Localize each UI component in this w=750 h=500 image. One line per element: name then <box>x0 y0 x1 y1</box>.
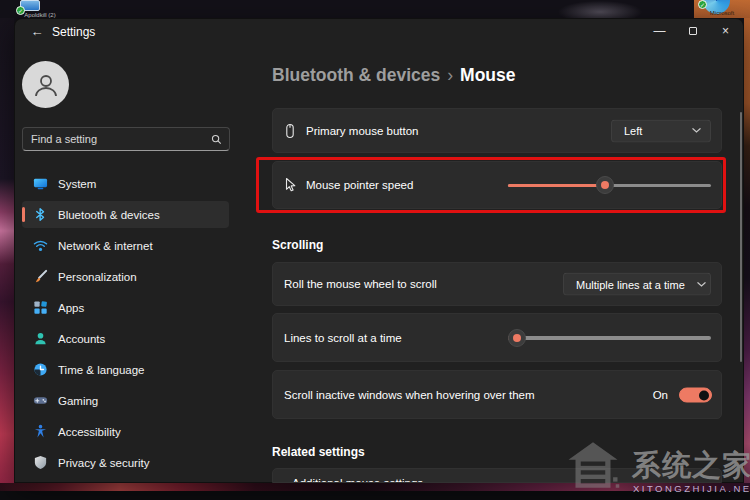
toggle-state-label: On <box>653 389 668 401</box>
sidebar-item-label: Apps <box>58 302 84 314</box>
sidebar-item-network[interactable]: Network & internet <box>22 232 229 259</box>
sidebar-item-privacy-security[interactable]: Privacy & security <box>22 449 229 476</box>
sidebar-item-label: Network & internet <box>58 240 153 252</box>
setting-label: Mouse pointer speed <box>306 179 413 191</box>
shield-icon <box>33 455 48 470</box>
sidebar-item-system[interactable]: System <box>22 170 229 197</box>
setting-row-wheel-scroll: Roll the mouse wheel to scroll Multiple … <box>272 262 722 306</box>
scroll-inactive-toggle[interactable] <box>679 387 712 402</box>
sidebar-item-personalization[interactable]: Personalization <box>22 263 229 290</box>
person-icon <box>31 70 61 100</box>
breadcrumb: Bluetooth & devices›Mouse <box>272 65 516 86</box>
maximize-icon <box>689 27 697 35</box>
sidebar-item-accessibility[interactable]: Accessibility <box>22 418 229 445</box>
sidebar-item-label: System <box>58 178 96 190</box>
desktop-wallpaper-right <box>744 18 750 491</box>
setting-row-primary-mouse-button: Primary mouse button Left <box>272 108 722 153</box>
back-button[interactable]: ← <box>26 23 48 41</box>
search-box[interactable] <box>22 127 230 151</box>
window-title: Settings <box>52 25 95 39</box>
sidebar-item-label: Accounts <box>58 333 105 345</box>
section-header-related: Related settings <box>272 445 365 459</box>
page-title: Mouse <box>460 65 515 85</box>
mouse-icon <box>282 123 298 139</box>
account-person-icon <box>33 331 48 346</box>
breadcrumb-parent[interactable]: Bluetooth & devices <box>272 65 440 85</box>
pointer-speed-slider[interactable] <box>508 176 711 194</box>
maximize-button[interactable] <box>677 18 708 44</box>
setting-label: Roll the mouse wheel to scroll <box>284 278 437 290</box>
sidebar-item-accounts[interactable]: Accounts <box>22 325 229 352</box>
minimize-button[interactable]: — <box>644 18 675 44</box>
primary-button-dropdown[interactable]: Left <box>611 119 711 142</box>
clock-icon <box>33 362 48 377</box>
setting-row-pointer-speed: Mouse pointer speed <box>272 161 722 209</box>
breadcrumb-separator-icon: › <box>440 65 460 85</box>
taskbar[interactable] <box>0 491 750 500</box>
vertical-scrollbar[interactable] <box>740 112 742 362</box>
search-icon[interactable] <box>211 134 222 145</box>
wifi-icon <box>33 238 48 253</box>
system-icon <box>33 176 48 191</box>
chevron-down-icon <box>685 281 706 287</box>
sidebar-item-label: Bluetooth & devices <box>58 209 160 221</box>
sidebar-item-label: Privacy & security <box>58 457 149 469</box>
accessibility-person-icon <box>33 424 48 439</box>
sidebar-item-bluetooth-devices[interactable]: Bluetooth & devices <box>22 201 229 228</box>
sync-check-icon: ✓ <box>698 0 707 9</box>
sidebar-item-label: Personalization <box>58 271 137 283</box>
selected-accent-bar <box>22 207 25 222</box>
sidebar-item-label: Time & language <box>58 364 145 376</box>
brush-icon <box>33 269 48 284</box>
desktop-wallpaper-top <box>0 0 750 18</box>
slider-thumb[interactable] <box>508 329 526 347</box>
setting-label: Primary mouse button <box>306 125 419 137</box>
user-avatar[interactable] <box>22 61 69 108</box>
screen: ✓ Apoldkill (2) ✓ Microsoft ← Settings —… <box>0 0 750 500</box>
search-input[interactable] <box>23 133 211 145</box>
slider-thumb[interactable] <box>596 176 614 194</box>
slider-fill <box>508 184 605 188</box>
lines-to-scroll-slider[interactable] <box>508 329 711 347</box>
setting-row-additional-mouse-settings[interactable]: Additional mouse settings <box>272 468 722 483</box>
slider-track[interactable] <box>508 336 711 340</box>
desktop-icon-file[interactable]: ✓ Apoldkill (2) <box>14 0 66 18</box>
wheel-scroll-dropdown[interactable]: Multiple lines at a time <box>563 273 711 296</box>
desktop-wallpaper-bottom <box>0 483 750 491</box>
sidebar-item-apps[interactable]: Apps <box>22 294 229 321</box>
sidebar-item-label: Gaming <box>58 395 98 407</box>
setting-label: Lines to scroll at a time <box>284 332 402 344</box>
sidebar-item-gaming[interactable]: Gaming <box>22 387 229 414</box>
desktop-icon-microsoft[interactable]: ✓ Microsoft <box>694 0 750 18</box>
desktop-wallpaper-left <box>0 18 14 491</box>
bluetooth-icon <box>33 207 48 222</box>
cursor-icon <box>282 177 298 193</box>
setting-row-scroll-inactive: Scroll inactive windows when hovering ov… <box>272 370 722 419</box>
game-controller-icon <box>33 393 48 408</box>
apps-grid-icon <box>33 300 48 315</box>
setting-row-lines-to-scroll: Lines to scroll at a time <box>272 313 722 362</box>
chevron-down-icon <box>680 128 701 134</box>
setting-label: Additional mouse settings <box>292 477 423 483</box>
dropdown-value: Multiple lines at a time <box>576 278 685 290</box>
sidebar-item-time-language[interactable]: Time & language <box>22 356 229 383</box>
toggle-knob <box>699 390 709 400</box>
sidebar-item-label: Accessibility <box>58 426 121 438</box>
setting-label: Scroll inactive windows when hovering ov… <box>284 389 535 401</box>
close-button[interactable]: × <box>710 18 741 44</box>
desktop-icon-label: Microsoft <box>694 10 750 16</box>
dropdown-value: Left <box>624 125 642 137</box>
section-header-scrolling: Scrolling <box>272 238 323 252</box>
